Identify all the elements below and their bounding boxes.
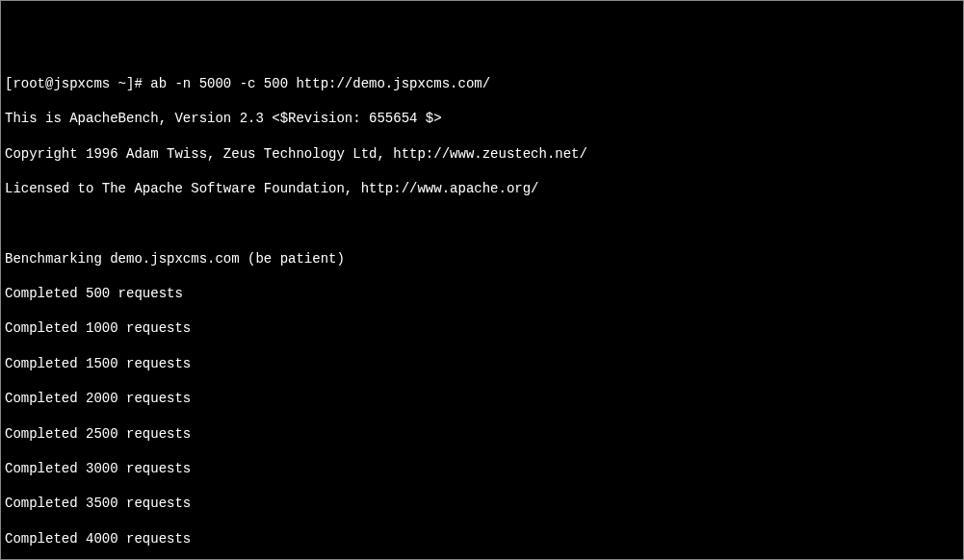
progress-line: Completed 3500 requests — [5, 495, 959, 512]
blank-line — [5, 215, 959, 232]
progress-line: Completed 1500 requests — [5, 355, 959, 372]
benchmark-start: Benchmarking demo.jspxcms.com (be patien… — [5, 250, 959, 267]
output-line: Copyright 1996 Adam Twiss, Zeus Technolo… — [5, 145, 959, 163]
progress-line: Completed 500 requests — [5, 285, 959, 302]
output-line: This is ApacheBench, Version 2.3 <$Revis… — [5, 110, 959, 127]
progress-line: Completed 4000 requests — [5, 530, 959, 547]
command-line[interactable]: [root@jspxcms ~]# ab -n 5000 -c 500 http… — [5, 75, 959, 92]
progress-line: Completed 3000 requests — [5, 460, 959, 477]
command-text: ab -n 5000 -c 500 http://demo.jspxcms.co… — [150, 76, 490, 91]
output-line: Licensed to The Apache Software Foundati… — [5, 180, 959, 197]
progress-line: Completed 2000 requests — [5, 390, 959, 407]
progress-line: Completed 2500 requests — [5, 425, 959, 443]
progress-line: Completed 1000 requests — [5, 319, 959, 337]
shell-prompt: [root@jspxcms ~]# — [5, 76, 150, 91]
